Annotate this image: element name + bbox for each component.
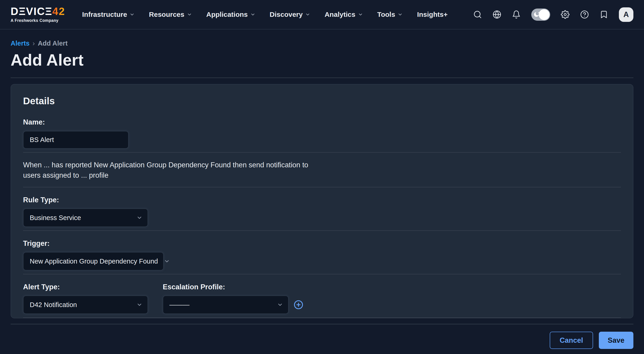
title-divider (10, 78, 634, 78)
field-divider (23, 152, 621, 153)
chevron-down-icon (187, 12, 192, 17)
user-avatar[interactable]: A (619, 7, 634, 22)
section-title: Details (23, 96, 621, 107)
device42-logo[interactable]: DΞVICΞ42 A Freshworks Company (10, 6, 65, 23)
avatar-initial: A (624, 10, 629, 19)
chevron-down-icon (164, 258, 170, 264)
help-icon[interactable] (580, 10, 589, 19)
chevron-down-icon (277, 302, 283, 308)
nav-item-label: Resources (149, 10, 184, 18)
top-navigation: DΞVICΞ42 A Freshworks Company Infrastruc… (0, 0, 644, 29)
chevron-down-icon (130, 12, 134, 17)
toggle-knob (539, 9, 550, 20)
nav-actions: A (473, 7, 634, 22)
alert-type-label: Alert Type: (23, 283, 60, 291)
nav-item-label: Insights+ (417, 10, 448, 18)
chevron-down-icon (136, 302, 142, 308)
field-divider (23, 317, 621, 318)
theme-toggle[interactable] (531, 8, 550, 21)
trigger-select[interactable]: New Application Group Dependency Found (23, 252, 164, 270)
nav-item-tools[interactable]: Tools (377, 10, 403, 18)
nav-item-insights[interactable]: Insights+ (417, 10, 448, 18)
chevron-down-icon (305, 12, 310, 17)
rule-summary-line1: When ... has reported New Application Gr… (23, 160, 621, 170)
breadcrumb-link-alerts[interactable]: Alerts (10, 40, 30, 47)
footer-actions: Cancel Save (10, 332, 634, 349)
nav-item-analytics[interactable]: Analytics (324, 10, 363, 18)
nav-item-label: Infrastructure (82, 10, 127, 18)
rule-type-value: Business Service (30, 214, 81, 222)
chevron-down-icon (136, 215, 142, 221)
breadcrumb-separator: › (32, 40, 35, 47)
rule-summary-text: When ... has reported New Application Gr… (23, 160, 621, 180)
logo-wordmark: DΞVICΞ42 (10, 6, 65, 16)
escalation-profile-value: ——— (170, 301, 190, 309)
nav-item-label: Discovery (270, 10, 303, 18)
rule-type-select[interactable]: Business Service (23, 208, 148, 227)
nav-item-infrastructure[interactable]: Infrastructure (82, 10, 134, 18)
nav-item-label: Applications (206, 10, 248, 18)
nav-item-discovery[interactable]: Discovery (270, 10, 310, 18)
name-label: Name: (23, 118, 621, 126)
alert-type-value: D42 Notification (30, 301, 77, 309)
trigger-label: Trigger: (23, 239, 621, 248)
nav-item-resources[interactable]: Resources (149, 10, 192, 18)
chevron-down-icon (358, 12, 363, 17)
details-card: Details Name: When ... has reported New … (10, 84, 634, 318)
escalation-profile-select[interactable]: ——— (163, 296, 288, 314)
nav-item-applications[interactable]: Applications (206, 10, 256, 18)
chevron-down-icon (398, 12, 403, 17)
footer-divider (10, 324, 634, 324)
logo-subtitle: A Freshworks Company (10, 18, 65, 23)
breadcrumb-current: Add Alert (38, 40, 68, 47)
logo-accent-42: 42 (52, 5, 65, 17)
page-title: Add Alert (10, 51, 634, 69)
trigger-value: New Application Group Dependency Found (30, 258, 158, 265)
nav-item-label: Tools (377, 10, 395, 18)
escalation-profile-label: Escalation Profile: (163, 283, 225, 291)
settings-gear-icon[interactable] (561, 10, 570, 19)
field-divider (23, 274, 621, 274)
nav-item-label: Analytics (324, 10, 355, 18)
rule-type-label: Rule Type: (23, 196, 621, 204)
notifications-bell-icon[interactable] (512, 10, 521, 19)
search-icon[interactable] (473, 10, 482, 19)
plus-circle-icon (294, 300, 303, 310)
rule-summary-line2: users assigned to ... profile (23, 170, 621, 180)
name-input[interactable] (23, 131, 128, 149)
cancel-button[interactable]: Cancel (550, 332, 593, 349)
breadcrumb: Alerts › Add Alert (10, 40, 634, 47)
field-divider (23, 187, 621, 187)
globe-icon[interactable] (492, 10, 501, 19)
chevron-down-icon (250, 12, 256, 17)
field-divider (23, 230, 621, 231)
main-menu: Infrastructure Resources Applications Di… (82, 10, 448, 18)
bookmark-icon[interactable] (600, 10, 608, 19)
save-button[interactable]: Save (599, 332, 634, 349)
alert-type-select[interactable]: D42 Notification (23, 296, 148, 314)
add-escalation-profile-button[interactable] (294, 300, 303, 310)
